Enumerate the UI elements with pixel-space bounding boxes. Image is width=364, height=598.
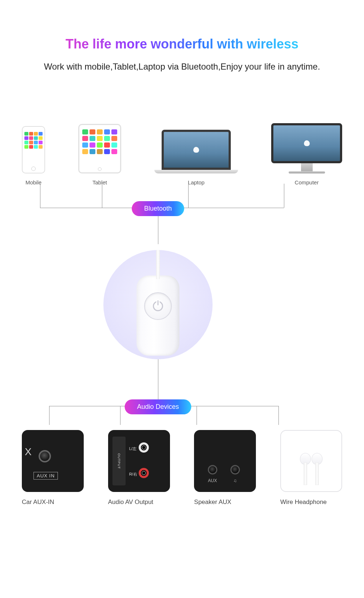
tablet-icon: [78, 124, 121, 173]
car-aux-icon: X AUX IN: [22, 430, 84, 492]
connector-line: [278, 406, 279, 425]
device-wire-headphone: Wire Headphone: [280, 430, 342, 506]
connector-line: [120, 406, 120, 425]
device-computer: Computer: [271, 123, 342, 185]
power-button-icon: [144, 292, 172, 320]
output-vertical-label: OUTPUT: [112, 437, 126, 485]
connector-line: [49, 406, 50, 425]
audio-devices-row: X AUX IN Car AUX-IN OUTPUT L/左 R/右 Audio…: [22, 430, 342, 506]
headphone-icon: [280, 430, 342, 492]
heading-block: The life more wonderful with wireless Wo…: [0, 36, 364, 74]
aux-x-label: X: [25, 446, 32, 458]
connector-line: [102, 184, 102, 208]
phone-icon: [22, 126, 45, 173]
aux-port-label: AUX: [208, 478, 217, 483]
device-label: Laptop: [188, 179, 205, 185]
source-devices-row: Mobile Tablet Laptop Computer: [22, 123, 342, 185]
device-speaker-aux: AUX ♫ Speaker AUX: [194, 430, 256, 506]
bluetooth-pill: Bluetooth: [132, 201, 184, 216]
audio-devices-pill: Audio Devices: [124, 399, 191, 414]
rca-left-label: L/左: [129, 446, 136, 452]
device-label: Speaker AUX: [194, 499, 231, 506]
device-label: Audio AV Output: [108, 499, 153, 506]
device-label: Wire Headphone: [280, 499, 327, 506]
page-title: The life more wonderful with wireless: [66, 36, 298, 52]
connector-line: [284, 184, 284, 208]
apple-logo-icon: [193, 147, 199, 153]
connector-line: [40, 184, 40, 208]
apple-logo-icon: [304, 140, 310, 146]
device-av-output: OUTPUT L/左 R/右 Audio AV Output: [108, 430, 170, 506]
connector-line: [188, 184, 189, 208]
product-circle: [103, 250, 213, 359]
device-label: Tablet: [92, 179, 107, 185]
device-laptop: Laptop: [154, 130, 238, 185]
av-output-icon: OUTPUT L/左 R/右: [108, 430, 170, 492]
speaker-aux-icon: AUX ♫: [194, 430, 256, 492]
device-label: Mobile: [25, 179, 41, 185]
connector-line: [197, 406, 197, 425]
connector-line: [158, 359, 158, 406]
rca-right-label: R/右: [129, 472, 137, 477]
page-subtitle: Work with mobile,Tablet,Laptop via Bluet…: [0, 60, 364, 74]
bluetooth-receiver-icon: [136, 275, 179, 356]
aux-in-label: AUX IN: [33, 472, 58, 480]
device-label: Car AUX-IN: [22, 499, 54, 506]
device-mobile: Mobile: [22, 126, 45, 185]
device-label: Computer: [295, 179, 319, 185]
laptop-icon: [154, 130, 238, 173]
device-tablet: Tablet: [78, 124, 121, 185]
desktop-icon: [271, 123, 342, 173]
headphone-port-label: ♫: [233, 478, 237, 483]
device-car-aux: X AUX IN Car AUX-IN: [22, 430, 84, 506]
